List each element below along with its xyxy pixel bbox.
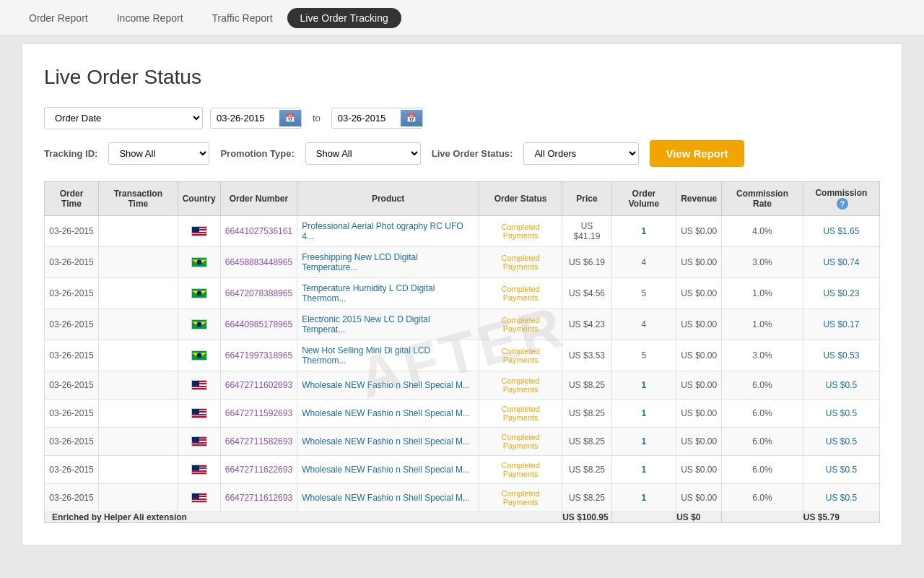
cell-product[interactable]: Wholesale NEW Fashio n Shell Special M..… [297, 428, 479, 456]
cell-price: US $8.25 [562, 428, 612, 456]
table-row: 03-26-2015 66472711612693 Wholesale NEW … [45, 484, 880, 512]
cell-price: US $8.25 [562, 400, 612, 428]
col-transaction-time: Transaction Time [99, 182, 178, 216]
cell-product[interactable]: Wholesale NEW Fashio n Shell Special M..… [297, 400, 479, 428]
cell-price: US $3.53 [562, 340, 612, 371]
cell-order-number[interactable]: 66440985178965 [220, 309, 297, 340]
commission-help-icon[interactable]: ? [837, 198, 848, 210]
date-from-input[interactable] [211, 108, 279, 128]
cell-product[interactable]: Freeshipping New LCD Digital Temperature… [297, 247, 479, 278]
date-filter-select[interactable]: Order Date [44, 107, 203, 129]
cell-revenue: US $0.00 [676, 278, 722, 309]
table-footer-row: Enriched by Helper Ali extension US $100… [45, 512, 880, 523]
cell-transaction-time [99, 278, 178, 309]
cell-product[interactable]: Wholesale NEW Fashio n Shell Special M..… [297, 456, 479, 484]
cell-order-number[interactable]: 66472711592693 [220, 400, 297, 428]
date-from-calendar-btn[interactable]: 📅 [279, 110, 301, 126]
main-content: Live Order Status Order Date 📅 to 📅 Trac… [22, 43, 902, 545]
cell-country [178, 371, 220, 400]
table-header-row: Order Time Transaction Time Country Orde… [45, 182, 880, 216]
cell-revenue: US $0.00 [676, 371, 722, 400]
filter-row-1: Order Date 📅 to 📅 [44, 107, 880, 129]
cell-volume: 4 [611, 309, 676, 340]
cell-transaction-time [99, 400, 178, 428]
cell-commission: US $1.65 [803, 216, 879, 247]
cell-order-number[interactable]: 66458883448965 [220, 247, 297, 278]
tracking-id-select[interactable]: Show All [108, 142, 209, 165]
cell-order-number[interactable]: 66471997318965 [220, 340, 297, 371]
cell-transaction-time [99, 247, 178, 278]
footer-total-commission: US $5.79 [803, 512, 879, 523]
cell-country [178, 309, 220, 340]
cell-price: US $4.56 [562, 278, 612, 309]
col-commission: Commission ? [803, 182, 879, 216]
cell-product[interactable]: New Hot Selling Mini Di gital LCD Thermo… [297, 340, 479, 371]
cell-commission: US $0.5 [803, 484, 879, 512]
flag-us-icon [191, 408, 207, 418]
cell-order-time: 03-26-2015 [45, 456, 99, 484]
table-row: 03-26-2015 66471997318965 New Hot Sellin… [45, 340, 880, 371]
cell-order-number[interactable]: 66472711622693 [220, 456, 297, 484]
col-order-number: Order Number [220, 182, 297, 216]
cell-product[interactable]: Wholesale NEW Fashio n Shell Special M..… [297, 371, 479, 400]
cell-commission: US $0.5 [803, 428, 879, 456]
footer-total-price: US $100.95 [562, 512, 612, 523]
cell-country [178, 340, 220, 371]
cell-price: US $6.19 [562, 247, 612, 278]
col-product: Product [297, 182, 479, 216]
flag-us-icon [191, 465, 207, 475]
cell-order-status: Completed Payments [479, 278, 562, 309]
cell-commission-rate: 6.0% [722, 484, 803, 512]
cell-country [178, 216, 220, 247]
cell-order-number[interactable]: 66472711582693 [220, 428, 297, 456]
date-to-wrap: 📅 [331, 108, 423, 129]
cell-order-status: Completed Payments [479, 340, 562, 371]
cell-transaction-time [99, 456, 178, 484]
cell-country [178, 247, 220, 278]
promotion-type-select[interactable]: Show All [305, 142, 421, 165]
cell-order-time: 03-26-2015 [45, 247, 99, 278]
date-to-calendar-btn[interactable]: 📅 [401, 110, 422, 126]
cell-order-number[interactable]: 66472711612693 [220, 484, 297, 512]
cell-product[interactable]: Professional Aerial Phot ography RC UFO … [297, 216, 479, 247]
cell-order-time: 03-26-2015 [45, 428, 99, 456]
cell-commission-rate: 1.0% [722, 309, 803, 340]
col-order-status: Order Status [479, 182, 562, 216]
date-range-separator: to [309, 113, 324, 124]
cell-product[interactable]: Wholesale NEW Fashio n Shell Special M..… [297, 484, 479, 512]
cell-product[interactable]: Electronic 2015 New LC D Digital Tempera… [297, 309, 479, 340]
cell-commission-rate: 1.0% [722, 278, 803, 309]
nav-income-report[interactable]: Income Report [103, 0, 198, 36]
flag-br-icon [191, 288, 207, 298]
cell-order-number[interactable]: 66472711602693 [220, 371, 297, 400]
flag-us-icon [191, 226, 207, 236]
cell-volume: 1 [611, 456, 676, 484]
cell-order-time: 03-26-2015 [45, 309, 99, 340]
cell-price: US $41.19 [562, 216, 612, 247]
cell-product[interactable]: Temperature Humidity L CD Digital Thermo… [297, 278, 479, 309]
nav-live-order-tracking[interactable]: Live Order Tracking [287, 8, 401, 28]
nav-order-report[interactable]: Order Report [14, 0, 103, 36]
date-to-input[interactable] [332, 108, 401, 128]
cell-price: US $8.25 [562, 484, 612, 512]
view-report-button[interactable]: View Report [650, 140, 744, 167]
cell-commission-rate: 6.0% [722, 371, 803, 400]
orders-table-wrap: AFTER Order Time Transaction Time Countr… [44, 181, 880, 523]
table-row: 03-26-2015 66441027536161 Professional A… [45, 216, 880, 247]
nav-traffic-report[interactable]: Traffic Report [198, 0, 287, 36]
cell-order-number[interactable]: 66441027536161 [220, 216, 297, 247]
col-country: Country [178, 182, 220, 216]
cell-order-number[interactable]: 66472078388965 [220, 278, 297, 309]
cell-revenue: US $0.00 [676, 340, 722, 371]
date-from-wrap: 📅 [210, 108, 302, 129]
flag-br-icon [191, 319, 207, 329]
promotion-type-label: Promotion Type: [220, 148, 294, 159]
footer-empty-volume [611, 512, 676, 523]
table-row: 03-26-2015 66440985178965 Electronic 201… [45, 309, 880, 340]
col-commission-rate: Commission Rate [722, 182, 803, 216]
cell-volume: 1 [611, 371, 676, 400]
cell-order-status: Completed Payments [479, 428, 562, 456]
live-order-status-label: Live Order Status: [432, 148, 513, 159]
live-order-status-select[interactable]: All Orders [523, 142, 639, 165]
cell-commission: US $0.5 [803, 456, 879, 484]
